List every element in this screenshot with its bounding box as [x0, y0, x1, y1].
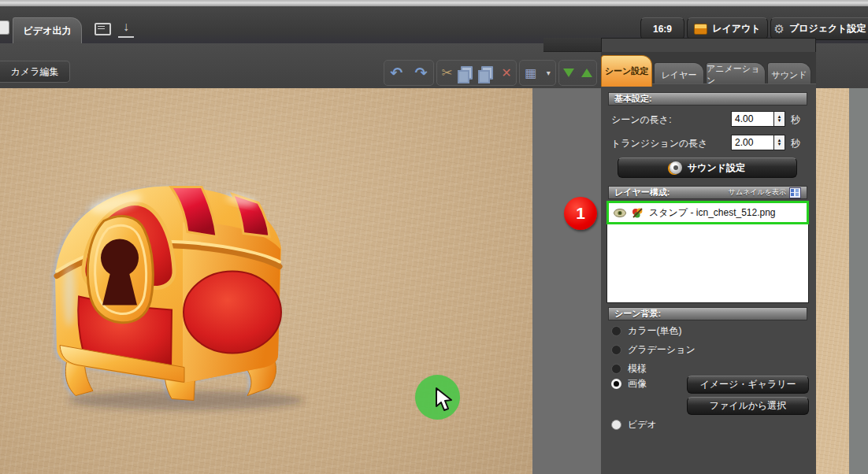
- layer-order-group: [558, 60, 597, 86]
- stepper-down-icon[interactable]: ▼: [777, 119, 782, 123]
- layer-item-label: スタンプ - icn_chest_512.png: [649, 206, 776, 220]
- comment-icon[interactable]: [95, 23, 111, 35]
- tab-scene-settings[interactable]: シーン設定: [601, 55, 652, 87]
- clipped-toolbar-icon: [0, 20, 9, 35]
- image-gallery-label: イメージ・ギャラリー: [700, 378, 796, 391]
- radio-video[interactable]: ビデオ: [611, 418, 657, 431]
- project-settings-button[interactable]: ⚙ プロジェクト設定: [770, 17, 868, 40]
- cut-icon[interactable]: ✂: [441, 66, 452, 80]
- paste-icon[interactable]: [481, 66, 493, 80]
- undo-icon[interactable]: ↶: [391, 66, 403, 80]
- scene-length-stepper[interactable]: ▲▼: [774, 111, 785, 127]
- image-gallery-button[interactable]: イメージ・ギャラリー: [687, 376, 809, 394]
- radio-pattern-bullet[interactable]: [611, 364, 621, 374]
- aspect-ratio-label: 16:9: [653, 24, 672, 35]
- tab-video-output[interactable]: ビデオ出力: [13, 17, 82, 44]
- chevron-down-icon[interactable]: ▾: [547, 66, 551, 80]
- radio-color-label: カラー(単色): [628, 324, 682, 338]
- mouse-cursor: [435, 387, 454, 413]
- grid-group: ▦ ▾: [519, 60, 556, 86]
- tab-video-output-label: ビデオ出力: [24, 24, 72, 38]
- file-select-button[interactable]: ファイルから選択: [687, 397, 809, 415]
- transition-length-unit: 秒: [791, 137, 800, 150]
- layer-composition-label: レイヤー構成:: [614, 187, 670, 198]
- delete-icon[interactable]: ✕: [501, 66, 511, 80]
- canvas-right-sliver: [816, 88, 849, 474]
- move-up-icon[interactable]: [581, 69, 592, 77]
- transition-length-label: トランジションの長さ: [611, 137, 708, 150]
- radio-image-label: 画像: [628, 377, 647, 391]
- show-thumbnails-label: サムネイルを表示: [729, 187, 786, 198]
- basic-settings-header: 基本設定:: [608, 92, 807, 106]
- file-select-label: ファイルから選択: [710, 399, 787, 413]
- radio-image-selected[interactable]: 画像: [611, 377, 647, 391]
- tab-scene-settings-label: シーン設定: [605, 65, 649, 77]
- gear-icon: ⚙: [773, 23, 784, 35]
- stepper-down-icon[interactable]: ▼: [777, 143, 782, 146]
- basic-settings-header-label: 基本設定:: [614, 93, 652, 105]
- speaker-icon: [670, 161, 682, 174]
- radio-color-bullet[interactable]: [611, 326, 621, 336]
- copy-icon[interactable]: [461, 66, 473, 80]
- transition-length-input[interactable]: 2.00: [731, 135, 774, 150]
- layer-composition-header: レイヤー構成: サムネイルを表示: [608, 186, 807, 199]
- tab-sound-label: サウンド: [771, 69, 807, 81]
- camera-edit-button[interactable]: カメラ編集: [0, 61, 70, 83]
- layout-button[interactable]: レイアウト: [687, 17, 768, 40]
- aspect-ratio-button[interactable]: 16:9: [640, 17, 684, 40]
- radio-gradient[interactable]: グラデーション: [611, 343, 696, 357]
- redo-icon[interactable]: ↷: [415, 66, 428, 80]
- thumbnail-toggle[interactable]: サムネイルを表示: [729, 187, 801, 198]
- move-down-icon[interactable]: [563, 69, 574, 77]
- radio-pattern[interactable]: 模様: [611, 362, 647, 376]
- stamp-layer-icon: [632, 207, 644, 219]
- thumbnails-icon[interactable]: [789, 187, 801, 198]
- layout-icon: [694, 24, 707, 35]
- radio-color[interactable]: カラー(単色): [611, 324, 682, 338]
- scene-length-input[interactable]: 4.00: [731, 111, 774, 127]
- visibility-eye-icon[interactable]: [614, 209, 626, 217]
- project-settings-label: プロジェクト設定: [789, 22, 866, 35]
- grid-icon[interactable]: ▦: [525, 66, 536, 80]
- undo-redo-group: ↶ ↷: [384, 60, 434, 86]
- camera-edit-label: カメラ編集: [11, 65, 59, 79]
- layout-label: レイアウト: [712, 22, 760, 35]
- panel-tab-bar: シーン設定 レイヤー アニメーション サウンド: [601, 52, 816, 87]
- scene-length-label: シーンの長さ:: [611, 113, 671, 127]
- scene-length-unit: 秒: [791, 113, 800, 127]
- scene-background-label: シーン背景:: [614, 308, 661, 320]
- scene-background-header: シーン背景:: [608, 307, 807, 320]
- radio-video-bullet[interactable]: [611, 420, 621, 430]
- radio-pattern-label: 模様: [628, 362, 647, 376]
- right-margin: [849, 88, 868, 474]
- step-annotation-badge: 1: [564, 197, 597, 230]
- download-icon[interactable]: ↓: [118, 19, 134, 38]
- sound-settings-button[interactable]: サウンド設定: [618, 157, 797, 178]
- window-top-strip: [0, 0, 868, 6]
- canvas-gutter: [532, 88, 602, 474]
- radio-image-bullet[interactable]: [611, 379, 621, 389]
- layer-list-item-selected[interactable]: スタンプ - icn_chest_512.png: [606, 201, 809, 224]
- tab-layers-label: レイヤー: [662, 69, 697, 81]
- radio-gradient-label: グラデーション: [628, 343, 696, 357]
- edit-group: ✂ ✕: [436, 60, 517, 86]
- transition-length-stepper[interactable]: ▲▼: [774, 135, 785, 150]
- radio-video-label: ビデオ: [628, 418, 657, 431]
- radio-gradient-bullet[interactable]: [611, 345, 621, 355]
- treasure-chest-image[interactable]: [41, 175, 317, 415]
- sound-settings-label: サウンド設定: [688, 161, 745, 175]
